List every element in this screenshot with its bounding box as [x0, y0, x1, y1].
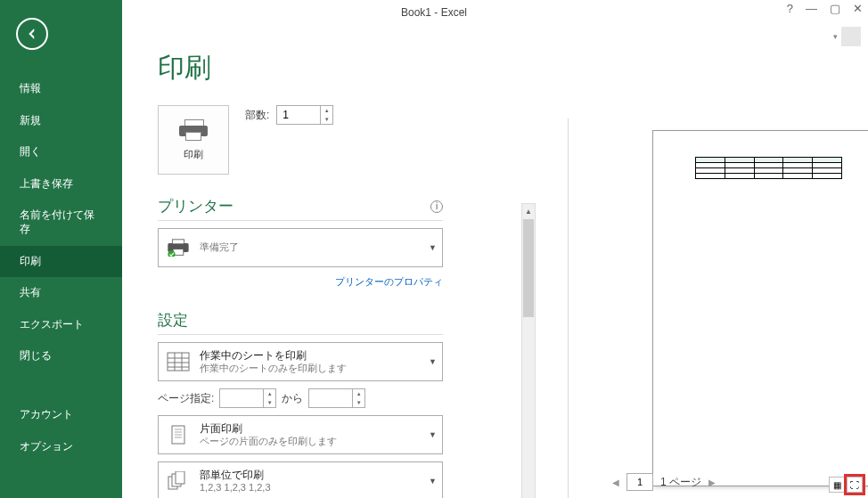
page-icon: [164, 423, 192, 446]
copies-control: 部数: ▲ ▼: [245, 105, 333, 125]
print-scope-selector[interactable]: 作業中のシートを印刷 作業中のシートのみを印刷します ▼: [158, 342, 443, 381]
nav-item-options[interactable]: オプション: [0, 431, 122, 463]
collate-sub: 1,2,3 1,2,3 1,2,3: [200, 482, 429, 494]
sheet-icon: [164, 350, 192, 373]
range-to-label: から: [282, 391, 303, 406]
nav-item-open[interactable]: 開く: [0, 136, 122, 168]
chevron-down-icon: ▼: [429, 243, 437, 252]
page-title: 印刷: [122, 25, 868, 86]
nav-item-share[interactable]: 共有: [0, 277, 122, 309]
window-controls: ? — ▢ ✕: [787, 2, 863, 15]
collate-title: 部単位で印刷: [200, 469, 429, 481]
print-preview-page: [652, 130, 868, 486]
close-button[interactable]: ✕: [853, 2, 863, 15]
scroll-up-button[interactable]: ▲: [522, 204, 535, 218]
collate-icon: [164, 469, 192, 493]
settings-scrollbar[interactable]: ▲ ▼: [521, 203, 536, 498]
printer-properties-link[interactable]: プリンターのプロパティ: [335, 276, 443, 287]
nav-item-account[interactable]: アカウント: [0, 399, 122, 431]
titlebar: Book1 - Excel ? — ▢ ✕: [0, 0, 868, 25]
nav-list: 情報 新規 開く 上書き保存 名前を付けて保存 印刷 共有 エクスポート 閉じる…: [0, 73, 122, 462]
page-number-input[interactable]: [626, 473, 653, 491]
zoom-to-page-button[interactable]: ⛶: [847, 477, 863, 493]
next-page-button[interactable]: ▶: [708, 478, 716, 487]
printer-ready-icon: [164, 236, 192, 259]
printer-selector[interactable]: 準備完了 ▼: [158, 228, 443, 267]
scroll-thumb[interactable]: [523, 219, 534, 317]
nav-item-export[interactable]: エクスポート: [0, 309, 122, 341]
chevron-down-icon: ▼: [429, 430, 437, 439]
show-margins-button[interactable]: ▦: [829, 477, 845, 493]
range-to-down[interactable]: ▼: [353, 398, 364, 407]
zoom-controls: ▦ ⛶: [829, 477, 863, 493]
nav-item-info[interactable]: 情報: [0, 73, 122, 105]
svg-rect-17: [176, 471, 184, 484]
scope-title: 作業中のシートを印刷: [200, 349, 429, 362]
range-to-spinner[interactable]: ▲▼: [308, 388, 365, 408]
chevron-down-icon: ▼: [429, 357, 437, 366]
preview-page-nav: ◀ 1 ページ ▶: [612, 473, 716, 491]
arrow-left-icon: [24, 26, 40, 42]
range-from-spinner[interactable]: ▲▼: [219, 388, 276, 408]
print-button-label: 印刷: [184, 148, 203, 161]
minimize-button[interactable]: —: [806, 2, 817, 15]
page-range-row: ページ指定: ▲▼ から ▲▼: [158, 388, 443, 408]
nav-item-print[interactable]: 印刷: [0, 246, 122, 278]
print-button[interactable]: 印刷: [158, 105, 229, 175]
printer-status: 準備完了: [200, 241, 429, 253]
svg-rect-1: [172, 240, 184, 244]
back-button[interactable]: [16, 18, 48, 50]
nav-item-new[interactable]: 新規: [0, 105, 122, 137]
range-from-down[interactable]: ▼: [264, 398, 275, 407]
nav-item-saveas[interactable]: 名前を付けて保存: [0, 200, 122, 245]
chevron-down-icon: ▼: [429, 477, 437, 486]
info-icon[interactable]: i: [430, 200, 443, 213]
range-to-up[interactable]: ▲: [353, 389, 364, 398]
divider: [568, 118, 569, 498]
copies-input[interactable]: [277, 106, 320, 124]
nav-item-close[interactable]: 閉じる: [0, 340, 122, 372]
printer-icon: [179, 119, 208, 141]
help-icon[interactable]: ?: [787, 2, 793, 15]
scope-sub: 作業中のシートのみを印刷します: [200, 363, 429, 374]
settings-section-label: 設定: [158, 310, 188, 331]
prev-page-button[interactable]: ◀: [612, 478, 619, 487]
collate-selector[interactable]: 部単位で印刷 1,2,3 1,2,3 1,2,3 ▼: [158, 461, 443, 498]
range-from-up[interactable]: ▲: [264, 389, 275, 398]
duplex-selector[interactable]: 片面印刷 ページの片面のみを印刷します ▼: [158, 415, 443, 454]
nav-item-save[interactable]: 上書き保存: [0, 168, 122, 200]
duplex-sub: ページの片面のみを印刷します: [200, 436, 429, 447]
svg-rect-4: [168, 353, 189, 371]
backstage-main: 印刷 印刷 部数: ▲ ▼ プリンター i: [122, 25, 868, 498]
copies-up[interactable]: ▲: [321, 106, 332, 115]
range-label: ページ指定:: [158, 391, 214, 406]
printer-section-title: プリンター i: [158, 196, 443, 221]
settings-section-title: 設定: [158, 310, 443, 335]
range-from-input[interactable]: [220, 389, 263, 407]
page-of-label: 1 ページ: [660, 475, 701, 490]
copies-down[interactable]: ▼: [321, 115, 332, 124]
window-title: Book1 - Excel: [0, 6, 868, 19]
range-to-input[interactable]: [309, 389, 352, 407]
backstage-sidebar: 情報 新規 開く 上書き保存 名前を付けて保存 印刷 共有 エクスポート 閉じる…: [0, 0, 122, 498]
print-settings-panel: 印刷 部数: ▲ ▼ プリンター i: [158, 105, 443, 498]
maximize-button[interactable]: ▢: [830, 2, 840, 15]
printer-section-label: プリンター: [158, 196, 233, 216]
duplex-title: 片面印刷: [200, 422, 429, 435]
preview-table: [695, 157, 842, 179]
copies-spinner[interactable]: ▲ ▼: [276, 105, 333, 125]
copies-label: 部数:: [245, 108, 269, 123]
